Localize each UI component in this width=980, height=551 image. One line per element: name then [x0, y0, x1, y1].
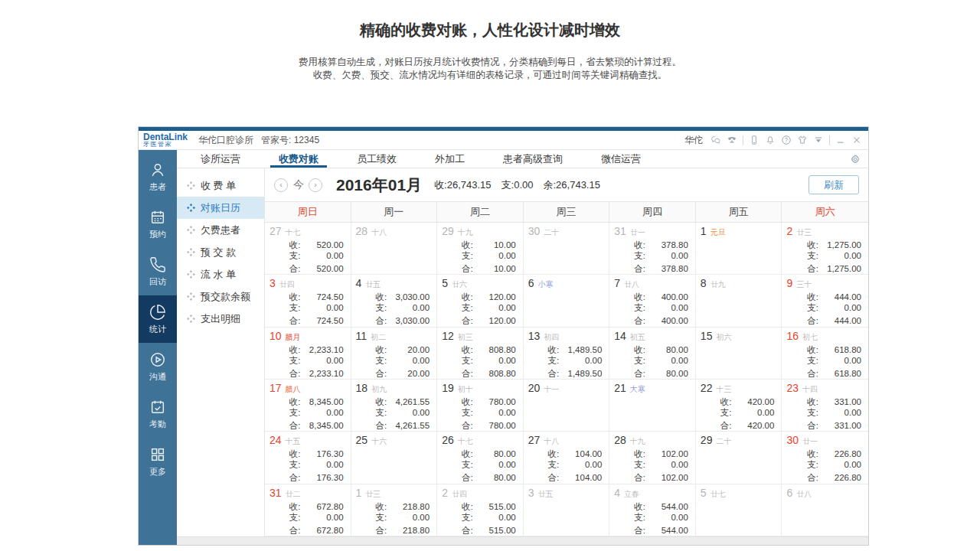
- submenu-item-6[interactable]: 支出明细: [177, 308, 264, 330]
- value-label: 收:: [634, 344, 645, 355]
- calendar-day-cell[interactable]: 24十五收:176.30支:0.00合:176.30: [265, 432, 351, 484]
- calendar-day-cell[interactable]: 22十三收:420.00支:0.00合:420.00: [696, 380, 782, 432]
- sidebar-item-communication[interactable]: 沟通: [139, 343, 177, 390]
- calendar-day-cell[interactable]: 18初九收:4,261.55支:0.00合:4,261.55: [351, 380, 438, 432]
- calendar-day-cell[interactable]: 21大寒: [609, 380, 696, 432]
- calendar-day-cell[interactable]: 7廿八收:400.00支:0.00合:400.00: [609, 275, 696, 327]
- day-number: 21: [614, 382, 626, 394]
- value-label: 收:: [548, 448, 560, 459]
- day-income-row: 收:120.00: [442, 292, 516, 302]
- sidebar-item-more[interactable]: 更多: [139, 438, 177, 485]
- calendar-day-cell[interactable]: 16初七收:618.80支:0.00合:618.80: [782, 328, 868, 380]
- calendar-day-cell[interactable]: 30二十: [524, 223, 610, 275]
- calendar-day-cell[interactable]: 23十四收:331.00支:0.00合:331.00: [782, 380, 868, 432]
- calendar-day-cell[interactable]: 29十九收:10.00支:0.00合:10.00: [437, 223, 524, 275]
- calendar-day-cell[interactable]: 6廿八: [782, 484, 868, 536]
- calendar-day-cell[interactable]: 27十七收:520.00支:0.00合:520.00: [265, 223, 351, 275]
- value-amount: 0.00: [476, 407, 516, 418]
- value-label: 收:: [289, 501, 301, 512]
- submenu-item-4[interactable]: 流 水 单: [177, 263, 264, 285]
- calendar-day-cell[interactable]: 29二十: [696, 432, 782, 484]
- value-label: 支:: [375, 302, 387, 313]
- value-label: 支:: [807, 250, 818, 261]
- calendar-day-cell[interactable]: 8廿九: [696, 275, 782, 327]
- day-number: 15: [701, 330, 713, 342]
- tab-3[interactable]: 外加工: [416, 150, 484, 168]
- calendar-day-cell[interactable]: 28十九收:102.00支:0.00合:102.00: [609, 432, 696, 484]
- calendar-day-cell[interactable]: 3廿四收:724.50支:0.00合:724.50: [265, 275, 351, 327]
- day-total-row: 合:378.80: [614, 263, 688, 274]
- refresh-button[interactable]: 刷新: [808, 175, 859, 194]
- tab-4[interactable]: 患者高级查询: [484, 150, 582, 168]
- calendar-day-cell[interactable]: 1廿三收:218.80支:0.00合:218.80: [351, 484, 438, 536]
- calendar-day-cell[interactable]: 14初五收:80.00支:0.00合:80.00: [609, 328, 696, 380]
- calendar-day-cell[interactable]: 17腊八收:8,345.00支:0.00合:8,345.00: [265, 380, 351, 432]
- prev-month-button[interactable]: ‹: [274, 178, 288, 192]
- dropdown-icon[interactable]: [813, 135, 824, 145]
- lunar-label: 小寒: [538, 279, 554, 290]
- day-number: 6: [786, 487, 792, 499]
- phone-icon[interactable]: [727, 135, 737, 145]
- calendar-day-cell[interactable]: 4廿五收:3,030.00支:0.00合:3,030.00: [351, 275, 438, 327]
- value-label: 支:: [462, 355, 473, 366]
- tab-active-1[interactable]: 收费对账: [260, 150, 338, 168]
- submenu-item-2[interactable]: 欠费患者: [177, 219, 264, 241]
- submenu-item-5[interactable]: 预交款余额: [177, 285, 264, 308]
- day-values: 收:420.00支:0.00合:420.00: [701, 396, 777, 431]
- calendar-day-cell[interactable]: 4立春收:544.00支:0.00合:544.00: [609, 484, 696, 536]
- calendar-day-cell[interactable]: 25十六: [351, 432, 438, 484]
- calendar-day-cell[interactable]: 12初三收:808.80支:0.00合:808.80: [437, 328, 524, 380]
- lunar-label: 十九: [630, 436, 645, 447]
- value-amount: 444.00: [822, 292, 861, 302]
- sidebar-item-callback[interactable]: 回访: [139, 248, 177, 295]
- sidebar-item-label: 更多: [149, 466, 166, 478]
- submenu-item-3[interactable]: 预 交 款: [177, 241, 264, 263]
- calendar-day-cell[interactable]: 27十八收:104.00支:0.00合:104.00: [524, 432, 610, 484]
- tab-5[interactable]: 微信运营: [582, 150, 660, 168]
- theme-icon[interactable]: [797, 135, 808, 145]
- sidebar-item-attendance[interactable]: 考勤: [139, 390, 177, 438]
- minimize-icon[interactable]: [835, 135, 846, 145]
- sidebar-item-stats[interactable]: 统计: [139, 295, 177, 343]
- calendar-day-cell[interactable]: 26十七收:80.00支:0.00合:80.00: [437, 432, 524, 484]
- calendar-day-cell[interactable]: 13初四收:1,489.50支:0.00合:1,489.50: [524, 328, 610, 380]
- day-total-row: 合:8,345.00: [270, 420, 344, 431]
- submenu-item-0[interactable]: 收 费 单: [177, 174, 264, 197]
- next-month-button[interactable]: ›: [309, 178, 322, 192]
- calendar-day-cell[interactable]: 5廿六收:120.00支:0.00合:120.00: [437, 275, 524, 327]
- sidebar-item-label: 患者: [149, 181, 166, 193]
- calendar-day-cell[interactable]: 31廿二收:672.80支:0.00合:672.80: [265, 484, 351, 536]
- help-icon[interactable]: [781, 135, 792, 145]
- tab-0[interactable]: 诊所运营: [181, 150, 260, 168]
- calendar-day-cell[interactable]: 5廿七: [696, 484, 782, 536]
- calendar-day-cell[interactable]: 19初十收:780.00支:0.00合:780.00: [437, 380, 524, 432]
- calendar-day-cell[interactable]: 31廿一收:378.80支:0.00合:378.80: [609, 223, 696, 275]
- calendar-day-cell[interactable]: 10腊月收:2,233.10支:0.00合:2,233.10: [265, 328, 351, 380]
- calendar-day-cell[interactable]: 6小寒: [524, 275, 610, 327]
- sidebar-item-patient[interactable]: 患者: [139, 153, 177, 201]
- bell-icon[interactable]: [765, 135, 776, 145]
- wechat-icon[interactable]: [710, 135, 721, 145]
- calendar-day-cell[interactable]: 28十八: [351, 223, 438, 275]
- day-income-row: 收:104.00: [528, 448, 603, 459]
- today-button[interactable]: 今: [293, 178, 304, 192]
- day-expense-row: 支:0.00: [442, 302, 516, 313]
- calendar-day-cell[interactable]: 2廿四收:515.00支:0.00合:515.00: [437, 484, 524, 536]
- sidebar-item-appointment[interactable]: 预约: [139, 201, 177, 248]
- lunar-label: 十九: [458, 227, 473, 238]
- calendar-day-cell[interactable]: 20十一: [524, 380, 610, 432]
- calendar-day-cell[interactable]: 1元旦: [696, 223, 782, 275]
- calendar-day-cell[interactable]: 11初二收:20.00支:0.00合:20.00: [351, 328, 438, 380]
- close-icon[interactable]: [851, 135, 862, 145]
- value-amount: 444.00: [822, 315, 861, 326]
- value-amount: 1,489.50: [562, 344, 602, 355]
- tab-2[interactable]: 员工绩效: [338, 150, 416, 168]
- settings-gear-icon[interactable]: [850, 154, 861, 165]
- calendar-day-cell[interactable]: 15初六: [696, 328, 782, 380]
- submenu-item-1[interactable]: 对账日历: [177, 197, 264, 219]
- calendar-day-cell[interactable]: 9三十收:444.00支:0.00合:444.00: [782, 275, 868, 327]
- calendar-day-cell[interactable]: 30廿一收:226.80支:0.00合:226.80: [782, 432, 868, 484]
- mobile-icon[interactable]: [749, 135, 760, 145]
- calendar-day-cell[interactable]: 2廿三收:1,275.00支:0.00合:1,275.00: [782, 223, 868, 275]
- calendar-day-cell[interactable]: 3廿五: [524, 484, 610, 536]
